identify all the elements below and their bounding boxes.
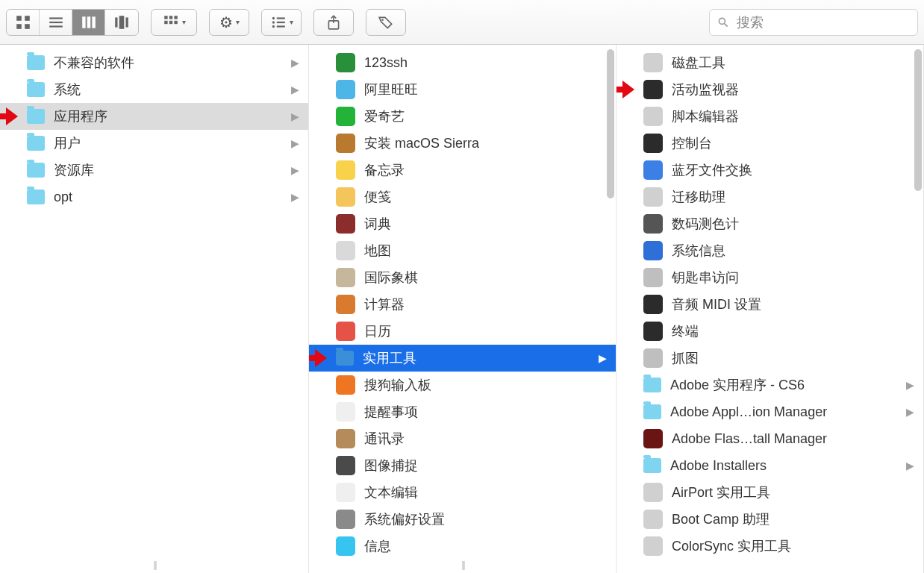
folder-icon	[27, 136, 45, 151]
app-icon	[336, 295, 355, 314]
finder-item[interactable]: 系统偏好设置	[309, 506, 616, 533]
finder-item[interactable]: 磁盘工具	[616, 49, 923, 76]
item-label: 安装 macOS Sierra	[364, 134, 607, 152]
svg-rect-1	[25, 16, 30, 21]
finder-item[interactable]: 蓝牙文件交换	[616, 157, 923, 184]
column-resize-handle[interactable]: ‖	[461, 560, 464, 570]
svg-rect-9	[92, 16, 95, 28]
finder-item[interactable]: 系统信息	[616, 237, 923, 264]
finder-item[interactable]: 安装 macOS Sierra	[309, 130, 616, 157]
finder-item[interactable]: 资源库▶	[0, 157, 308, 184]
finder-item[interactable]: 钥匙串访问	[616, 264, 923, 291]
finder-item[interactable]: 数码测色计	[616, 210, 923, 237]
app-icon	[336, 268, 355, 287]
app-icon	[336, 241, 355, 260]
column-resize-handle[interactable]: ‖	[153, 560, 156, 570]
app-icon	[336, 187, 355, 207]
finder-item[interactable]: 阿里旺旺	[309, 76, 616, 103]
item-label: 用户	[54, 134, 282, 152]
item-label: 123ssh	[364, 55, 607, 71]
scrollbar[interactable]	[914, 49, 922, 191]
finder-item[interactable]: 信息	[309, 533, 616, 560]
finder-item[interactable]: ColorSync 实用工具	[616, 533, 923, 560]
finder-item[interactable]: AirPort 实用工具	[616, 479, 923, 506]
app-icon	[336, 402, 355, 422]
folder-icon	[27, 109, 45, 124]
app-icon	[336, 322, 355, 341]
finder-item[interactable]: 便笺	[309, 184, 616, 210]
scrollbar[interactable]	[607, 49, 614, 198]
view-list-button[interactable]	[40, 10, 72, 35]
action-menu-button[interactable]: ⚙ ▾	[209, 9, 249, 36]
view-column-button[interactable]	[72, 10, 105, 35]
column-2: 123ssh阿里旺旺爱奇艺安装 macOS Sierra备忘录便笺词典地图国际象…	[309, 45, 616, 573]
item-label: 系统信息	[672, 242, 914, 260]
finder-item[interactable]: opt▶	[0, 184, 308, 210]
list-view-icon	[48, 14, 64, 31]
app-icon	[336, 80, 355, 99]
column-1: 不兼容的软件▶系统▶应用程序▶用户▶资源库▶opt▶‖	[0, 45, 309, 573]
item-label: 阿里旺旺	[364, 81, 607, 98]
item-label: 日历	[364, 322, 607, 340]
item-label: 钥匙串访问	[672, 269, 914, 286]
item-label: 搜狗输入板	[364, 376, 607, 394]
finder-item[interactable]: 抓图	[616, 345, 923, 372]
quicklook-menu-button[interactable]: ▾	[261, 9, 302, 36]
finder-item[interactable]: 终端	[616, 318, 923, 345]
item-label: 资源库	[54, 161, 282, 179]
finder-item[interactable]: 音频 MIDI 设置	[616, 291, 923, 318]
app-icon	[336, 456, 355, 475]
app-icon	[643, 268, 663, 287]
toolbar: ▾ ⚙ ▾ ▾ 搜索	[0, 0, 924, 45]
annotation-arrow	[616, 82, 634, 97]
finder-item[interactable]: 地图	[309, 237, 616, 264]
finder-item[interactable]: 备忘录	[309, 157, 616, 184]
svg-rect-3	[25, 24, 30, 29]
chevron-right-icon: ▶	[291, 164, 299, 176]
search-field[interactable]: 搜索	[709, 9, 918, 36]
share-button[interactable]	[313, 9, 354, 36]
item-label: 音频 MIDI 设置	[672, 295, 914, 313]
finder-item[interactable]: 提醒事项	[309, 398, 616, 425]
svg-rect-2	[16, 24, 22, 29]
finder-item[interactable]: Adobe Installers▶	[616, 452, 923, 479]
app-icon	[336, 107, 355, 126]
finder-item[interactable]: 词典	[309, 210, 616, 237]
finder-item[interactable]: 用户▶	[0, 130, 308, 157]
app-icon	[643, 134, 663, 153]
finder-item[interactable]: 脚本编辑器	[616, 103, 923, 130]
item-label: 抓图	[672, 349, 914, 367]
finder-item[interactable]: 活动监视器	[616, 76, 923, 103]
svg-rect-22	[276, 21, 284, 22]
view-icon-button[interactable]	[7, 10, 40, 35]
finder-item[interactable]: 控制台	[616, 130, 923, 157]
grid-arrange-icon	[163, 14, 179, 31]
finder-item[interactable]: 系统▶	[0, 76, 308, 103]
finder-item[interactable]: Adobe 实用程序 - CS6▶	[616, 372, 923, 398]
svg-rect-18	[174, 20, 177, 23]
finder-item[interactable]: Adobe Flas…tall Manager	[616, 425, 923, 452]
list-icon	[270, 14, 287, 31]
item-label: 实用工具	[363, 349, 590, 367]
finder-item[interactable]: Boot Camp 助理	[616, 506, 923, 533]
item-label: 控制台	[672, 134, 914, 152]
finder-item[interactable]: 应用程序▶	[0, 103, 308, 130]
finder-item[interactable]: 迁移助理	[616, 184, 923, 210]
finder-item[interactable]: 不兼容的软件▶	[0, 49, 308, 76]
finder-item[interactable]: 123ssh	[309, 49, 616, 76]
item-label: 地图	[364, 242, 607, 260]
finder-item[interactable]: 国际象棋	[309, 264, 616, 291]
finder-item[interactable]: 图像捕捉	[309, 452, 616, 479]
finder-item[interactable]: 通讯录	[309, 425, 616, 452]
finder-item[interactable]: Adobe Appl…ion Manager▶	[616, 398, 923, 425]
finder-item[interactable]: 爱奇艺	[309, 103, 616, 130]
finder-item[interactable]: 搜狗输入板	[309, 372, 616, 398]
view-coverflow-button[interactable]	[105, 10, 138, 35]
finder-item[interactable]: 实用工具▶	[309, 345, 616, 372]
finder-item[interactable]: 日历	[309, 318, 616, 345]
finder-item[interactable]: 计算器	[309, 291, 616, 318]
arrange-button[interactable]: ▾	[152, 10, 196, 35]
tag-button[interactable]	[366, 9, 406, 36]
finder-item[interactable]: 文本编辑	[309, 479, 616, 506]
item-label: 提醒事项	[364, 403, 607, 421]
